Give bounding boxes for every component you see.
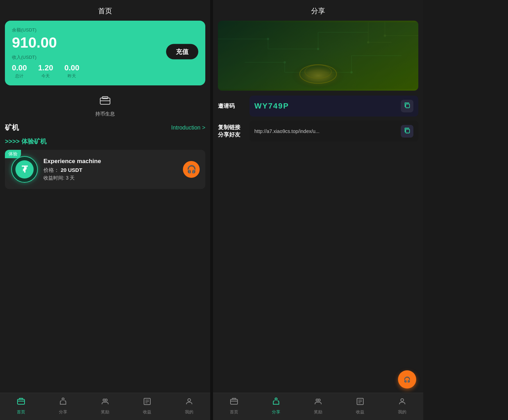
float-support-button[interactable]: 🎧 <box>398 370 416 388</box>
arrows-icon: >>>> <box>5 138 20 145</box>
nav-share-label-right: 分享 <box>272 409 280 415</box>
nav-reward-right[interactable]: 奖励 <box>297 396 339 416</box>
share-icon-right <box>272 397 280 408</box>
copy-icon <box>404 102 411 111</box>
nav-mine-label-right: 我的 <box>398 409 406 415</box>
copy-link-button[interactable] <box>401 125 413 138</box>
duration-value: 3 天 <box>66 175 75 181</box>
svg-point-28 <box>291 62 345 89</box>
svg-rect-3 <box>18 399 25 404</box>
income-nav-icon <box>143 397 151 408</box>
income-total: 0.00 总计 <box>12 63 27 79</box>
nav-home-right[interactable]: 首页 <box>213 396 255 416</box>
nav-share[interactable]: 分享 <box>42 396 84 416</box>
nav-home[interactable]: 首页 <box>0 396 42 416</box>
income-yesterday: 0.00 昨天 <box>64 63 80 79</box>
miner-subtitle-text: 体验矿机 <box>21 138 47 145</box>
right-screen: 分享 <box>213 0 423 420</box>
nav-mine-label: 我的 <box>185 409 193 415</box>
income-yesterday-value: 0.00 <box>64 63 80 72</box>
bottom-nav-left: 首页 分享 <box>0 393 210 420</box>
nav-mine-right[interactable]: 我的 <box>381 396 423 416</box>
share-info-section: 邀请码 WY749P 复制链接 <box>213 96 423 146</box>
balance-label: 余额(USDT) <box>12 27 198 33</box>
income-total-label: 总计 <box>15 73 23 79</box>
nav-share-right[interactable]: 分享 <box>255 396 297 416</box>
nav-share-label: 分享 <box>59 409 67 415</box>
nav-income[interactable]: 收益 <box>126 396 168 416</box>
income-today-label: 今天 <box>41 73 50 79</box>
nav-income-right[interactable]: 收益 <box>339 396 381 416</box>
hold-coin-label: 持币生息 <box>95 111 115 117</box>
miner-section: 矿机 Introduction > >>>> 体验矿机 体验 ₮ Experie… <box>0 123 210 189</box>
share-link-label: 复制链接 分享好友 <box>218 124 246 139</box>
coin-symbol: ₮ <box>22 164 28 175</box>
invite-code-row: 邀请码 WY749P <box>218 96 418 117</box>
svg-point-25 <box>317 48 319 50</box>
miner-header: 矿机 Introduction > <box>5 123 205 132</box>
share-link-row: 复制链接 分享好友 http://a7.xiao9cs.top/index/u.… <box>218 121 418 142</box>
svg-point-12 <box>188 399 191 401</box>
invite-code-label: 邀请码 <box>218 103 246 110</box>
share-link-box: http://a7.xiao9cs.top/index/u... <box>249 121 418 142</box>
income-yesterday-label: 昨天 <box>68 73 76 79</box>
invite-code-box: WY749P <box>249 96 418 117</box>
price-label: 价格： <box>43 167 59 173</box>
mine-nav-icon <box>185 397 193 408</box>
headset-icon: 🎧 <box>187 165 196 174</box>
income-total-value: 0.00 <box>12 63 27 72</box>
copy-link-icon <box>404 127 411 136</box>
duration-label: 收益时间: <box>43 175 66 181</box>
intro-link[interactable]: Introduction > <box>171 125 205 131</box>
share-nav-icon <box>59 397 67 408</box>
svg-point-24 <box>267 38 269 40</box>
nav-reward[interactable]: 奖励 <box>84 396 126 416</box>
share-banner <box>218 21 418 91</box>
income-row: 0.00 总计 1.20 今天 0.00 昨天 <box>12 63 198 79</box>
bottom-nav-right: 首页 分享 奖励 <box>213 393 423 420</box>
miner-card: 体验 ₮ Experience machine 价格： 20 USDT <box>5 150 205 189</box>
nav-home-label-right: 首页 <box>230 409 238 415</box>
link-label-line2: 分享好友 <box>218 131 246 139</box>
copy-code-button[interactable] <box>401 100 413 112</box>
miner-subtitle: >>>> 体验矿机 <box>5 137 205 146</box>
float-headset-icon: 🎧 <box>404 376 411 383</box>
svg-rect-39 <box>231 399 238 404</box>
income-today: 1.20 今天 <box>38 63 53 79</box>
hold-coin-section[interactable]: 持币生息 <box>0 91 210 123</box>
link-label-line1: 复制链接 <box>218 124 246 131</box>
svg-point-43 <box>318 399 320 401</box>
miner-price: 价格： 20 USDT <box>43 167 178 174</box>
recharge-button[interactable]: 充值 <box>166 44 198 59</box>
nav-home-label: 首页 <box>17 409 25 415</box>
miner-title: 矿机 <box>5 123 19 132</box>
right-title: 分享 <box>213 0 423 21</box>
home-icon-right <box>230 397 238 408</box>
home-nav-icon <box>17 397 25 408</box>
miner-coin-icon: ₮ <box>11 155 39 183</box>
svg-point-27 <box>350 71 352 74</box>
svg-point-5 <box>62 398 64 400</box>
mine-icon-right <box>398 397 406 408</box>
nav-income-label-right: 收益 <box>356 409 364 415</box>
miner-duration: 收益时间: 3 天 <box>43 175 178 181</box>
svg-point-41 <box>275 398 277 400</box>
reward-nav-icon <box>101 397 109 408</box>
svg-point-26 <box>284 61 286 63</box>
support-button[interactable]: 🎧 <box>183 161 200 178</box>
price-value: 20 USDT <box>61 167 82 173</box>
svg-rect-38 <box>406 129 410 133</box>
svg-point-7 <box>105 399 107 401</box>
invite-code-value: WY749P <box>254 102 289 111</box>
left-screen: 首页 余额(USDT) 910.00 充值 收入(USDT) 0.00 总计 1… <box>0 0 210 420</box>
balance-card: 余额(USDT) 910.00 充值 收入(USDT) 0.00 总计 1.20… <box>5 21 205 85</box>
svg-point-48 <box>401 399 404 401</box>
nav-reward-label-right: 奖励 <box>314 409 322 415</box>
nav-reward-label: 奖励 <box>101 409 109 415</box>
nav-income-label: 收益 <box>143 409 151 415</box>
income-icon-right <box>356 397 364 408</box>
screen-divider <box>210 0 213 420</box>
miner-name: Experience machine <box>43 158 178 165</box>
nav-mine[interactable]: 我的 <box>168 396 210 416</box>
reward-icon-right <box>314 397 322 408</box>
